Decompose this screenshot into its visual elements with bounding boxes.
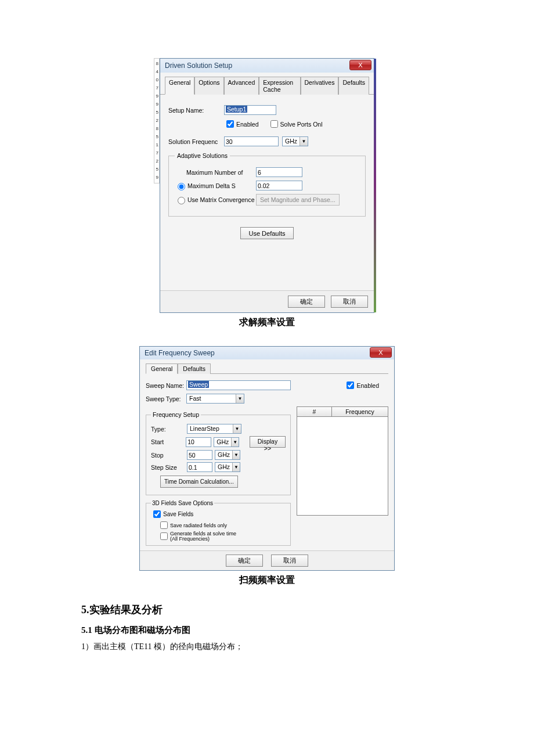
max-delta-s-radio[interactable]: Maximum Delta S: [175, 181, 256, 190]
enabled-checkbox[interactable]: Enabled: [224, 118, 259, 129]
sweep-type-label: Sweep Type:: [146, 395, 186, 402]
solution-frequency-input[interactable]: [224, 136, 279, 146]
tab-defaults[interactable]: Defaults: [178, 363, 211, 374]
chevron-down-icon: ▼: [233, 424, 241, 433]
adaptive-solutions-group: Adaptive Solutions Maximum Number of Max…: [168, 152, 366, 217]
frequency-setup-group: Frequency Setup Type: LinearStep ▼ Start: [146, 411, 291, 495]
start-input[interactable]: [186, 437, 211, 447]
close-button[interactable]: X: [370, 347, 392, 358]
stop-label: Stop: [151, 452, 185, 459]
tabstrip: General Options Advanced Expression Cach…: [160, 73, 374, 95]
chevron-down-icon: ▼: [232, 463, 240, 471]
tab-options[interactable]: Options: [194, 77, 223, 95]
sweep-name-input[interactable]: Sweep: [186, 380, 291, 390]
dialog-titlebar[interactable]: Driven Solution Setup X: [160, 59, 374, 73]
adaptive-legend: Adaptive Solutions: [175, 152, 230, 159]
use-matrix-convergence-radio[interactable]: Use Matrix Convergence: [175, 195, 256, 204]
close-button[interactable]: X: [349, 60, 371, 70]
tab-advanced[interactable]: Advanced: [224, 77, 259, 95]
figure-2: Edit Frequency Sweep X General Defaults …: [81, 346, 453, 586]
chevron-down-icon: ▼: [231, 438, 239, 447]
code-gutter: 8 4 0 7 9 9 5 2 8 5 1 7 2 5 9: [154, 58, 160, 183]
setup-name-label: Setup Name:: [168, 107, 224, 114]
ok-button[interactable]: 确定: [226, 555, 263, 567]
dialog-title: Driven Solution Setup: [165, 62, 232, 70]
enabled-checkbox[interactable]: Enabled: [344, 380, 379, 391]
edit-frequency-sweep-dialog: Edit Frequency Sweep X General Defaults …: [139, 346, 395, 571]
sweep-name-label: Sweep Name:: [146, 382, 186, 389]
max-delta-s-input[interactable]: [256, 181, 302, 190]
fields-save-options-group: 3D Fields Save Options Save Fields Save …: [146, 500, 291, 546]
frequency-table-body[interactable]: [297, 417, 388, 516]
driven-solution-setup-dialog: Driven Solution Setup X General Options …: [160, 58, 374, 313]
fields-legend: 3D Fields Save Options: [151, 500, 214, 506]
step-size-input[interactable]: [187, 462, 212, 472]
figure-1: 8 4 0 7 9 9 5 2 8 5 1 7 2 5 9 Driven: [81, 58, 453, 329]
step-size-label: Step Size: [151, 464, 185, 471]
ok-button[interactable]: 确定: [288, 296, 325, 308]
figure-1-caption: 求解频率设置: [239, 316, 295, 329]
max-number-input[interactable]: [256, 167, 302, 177]
solution-frequency-unit[interactable]: GHz ▼: [282, 136, 308, 146]
stop-input[interactable]: [187, 450, 212, 460]
tab-derivatives[interactable]: Derivatives: [301, 77, 339, 95]
generate-fields-checkbox[interactable]: Generate fields at solve time (All Frequ…: [158, 531, 240, 542]
tab-defaults[interactable]: Defaults: [338, 77, 369, 95]
chevron-down-icon: ▼: [236, 394, 244, 403]
section-5-heading: 5.实验结果及分析: [81, 603, 453, 617]
step-unit-combo[interactable]: GHz ▼: [215, 462, 240, 472]
tabstrip: General Defaults: [146, 363, 388, 374]
type-label: Type:: [151, 426, 185, 433]
start-label: Start: [151, 438, 183, 445]
body-line-1: 1）画出主模（TE11 模）的径向电磁场分布；: [81, 642, 453, 652]
chevron-down-icon: ▼: [300, 137, 308, 146]
dialog-title: Edit Frequency Sweep: [145, 349, 215, 357]
sweep-type-combo[interactable]: Fast ▼: [186, 394, 244, 404]
chevron-down-icon: ▼: [232, 451, 240, 459]
section-5-1-heading: 5.1 电场分布图和磁场分布图: [81, 625, 453, 636]
cancel-button[interactable]: 取消: [331, 296, 368, 308]
solve-ports-checkbox[interactable]: Solve Ports Onl: [268, 118, 323, 129]
tab-expression-cache[interactable]: Expression Cache: [259, 77, 300, 95]
solution-frequency-label: Solution Frequenc: [168, 138, 224, 145]
col-number: #: [297, 407, 332, 416]
cancel-button[interactable]: 取消: [271, 555, 308, 567]
color-stripe: [374, 59, 376, 312]
save-radiated-checkbox[interactable]: Save radiated fields only: [158, 520, 227, 531]
time-domain-button[interactable]: Time Domain Calculation...: [160, 476, 238, 488]
col-frequency: Frequency: [332, 407, 388, 416]
save-fields-checkbox[interactable]: Save Fields: [151, 509, 193, 520]
setup-name-input[interactable]: Setup1: [224, 105, 276, 115]
display-button[interactable]: Display >>: [250, 436, 286, 448]
start-unit-combo[interactable]: GHz ▼: [214, 437, 239, 447]
max-number-label: Maximum Number of: [186, 169, 256, 176]
type-combo[interactable]: LinearStep ▼: [187, 424, 241, 434]
tab-general[interactable]: General: [146, 363, 178, 374]
frequency-table-header: # Frequency: [297, 406, 388, 417]
dialog-titlebar[interactable]: Edit Frequency Sweep X: [140, 347, 394, 359]
frequency-setup-legend: Frequency Setup: [151, 411, 201, 418]
figure-2-caption: 扫频频率设置: [239, 574, 295, 586]
stop-unit-combo[interactable]: GHz ▼: [215, 450, 240, 460]
tab-general[interactable]: General: [165, 77, 194, 95]
set-magnitude-phase-button: Set Magnitude and Phase...: [256, 194, 340, 206]
use-defaults-button[interactable]: Use Defaults: [240, 227, 294, 239]
